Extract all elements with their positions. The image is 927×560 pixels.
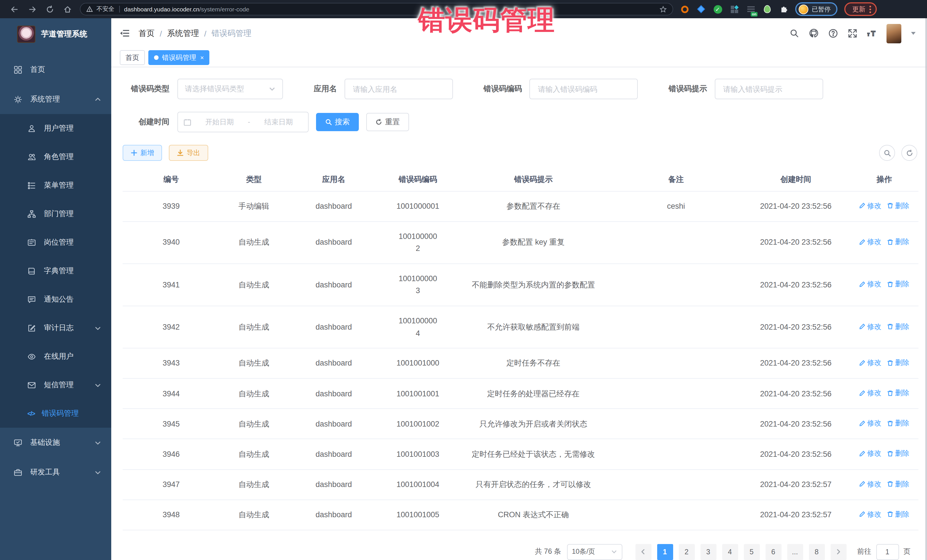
export-button[interactable]: 导出 bbox=[169, 145, 208, 161]
add-button[interactable]: 新增 bbox=[123, 145, 162, 161]
delete-link[interactable]: 删除 bbox=[887, 478, 909, 490]
forward-icon[interactable] bbox=[28, 5, 36, 14]
extension-check-icon[interactable]: ✓ bbox=[713, 5, 722, 14]
sidebar-item-notices[interactable]: 通知公告 bbox=[0, 285, 111, 314]
sidebar-item-posts[interactable]: 岗位管理 bbox=[0, 228, 111, 256]
delete-link[interactable]: 删除 bbox=[887, 508, 909, 520]
pager-page-8[interactable]: 8 bbox=[808, 544, 825, 560]
delete-link[interactable]: 删除 bbox=[887, 387, 909, 399]
sidebar-item-menus[interactable]: 菜单管理 bbox=[0, 171, 111, 200]
cell-type: 自动生成 bbox=[220, 348, 288, 378]
app-name-input[interactable] bbox=[344, 79, 453, 99]
delete-link[interactable]: 删除 bbox=[887, 279, 909, 290]
next-page-button[interactable] bbox=[830, 544, 846, 560]
error-hint-input[interactable] bbox=[714, 79, 823, 99]
pager-ellipsis[interactable]: ... bbox=[787, 544, 803, 560]
extension-list-on-icon[interactable]: on bbox=[746, 5, 755, 14]
fullscreen-icon[interactable] bbox=[848, 29, 857, 38]
window-scrollbar[interactable] bbox=[925, 18, 927, 560]
security-warning-icon[interactable] bbox=[86, 6, 93, 12]
prev-page-button[interactable] bbox=[635, 544, 651, 560]
error-code-input[interactable] bbox=[529, 79, 638, 99]
pager-page-1[interactable]: 1 bbox=[657, 544, 673, 560]
extension-leaf-icon[interactable] bbox=[763, 5, 772, 14]
url-bar[interactable]: 不安全 dashboard.yudao.iocoder.cn/system/er… bbox=[80, 3, 673, 15]
search-button[interactable]: 搜索 bbox=[316, 113, 359, 131]
date-range-picker[interactable]: 开始日期 - 结束日期 bbox=[178, 112, 308, 132]
delete-link[interactable]: 删除 bbox=[887, 321, 909, 332]
browser-menu-icon[interactable] bbox=[869, 5, 871, 13]
edit-link[interactable]: 修改 bbox=[859, 478, 881, 490]
github-icon[interactable] bbox=[809, 29, 819, 38]
error-code-field[interactable] bbox=[537, 84, 631, 94]
pager-page-6[interactable]: 6 bbox=[765, 544, 781, 560]
sidebar-item-dicts[interactable]: 字典管理 bbox=[0, 256, 111, 285]
error-hint-field[interactable] bbox=[722, 84, 816, 94]
extension-ring-icon[interactable] bbox=[680, 5, 689, 14]
sidebar-item-departments[interactable]: 部门管理 bbox=[0, 200, 111, 228]
top-navbar: 首页 / 系统管理 / 错误码管理 тT bbox=[111, 18, 927, 49]
error-type-select[interactable]: 请选择错误码类型 bbox=[178, 79, 283, 99]
caret-down-icon[interactable] bbox=[911, 32, 916, 35]
sidebar-item-error-codes[interactable]: </> 错误码管理 bbox=[0, 399, 111, 428]
refresh-table-button[interactable] bbox=[901, 145, 917, 161]
profile-chip[interactable]: 已暂停 bbox=[795, 2, 837, 16]
delete-link[interactable]: 删除 bbox=[887, 448, 909, 459]
tag-home[interactable]: 首页 bbox=[120, 50, 145, 65]
extension-gem-icon[interactable] bbox=[696, 5, 706, 14]
sidebar-item-sms[interactable]: 短信管理 bbox=[0, 371, 111, 399]
font-size-icon[interactable]: тT bbox=[867, 29, 877, 38]
page-size-select[interactable]: 10条/页 bbox=[567, 544, 622, 560]
breadcrumb-system[interactable]: 系统管理 bbox=[167, 28, 199, 38]
edit-link[interactable]: 修改 bbox=[859, 279, 881, 290]
sidebar-item-users[interactable]: 用户管理 bbox=[0, 114, 111, 143]
browser-update-button[interactable]: 更新 bbox=[844, 2, 877, 16]
hide-search-button[interactable] bbox=[879, 145, 895, 161]
extension-grid-icon[interactable] bbox=[729, 5, 739, 14]
edit-link[interactable]: 修改 bbox=[859, 321, 881, 332]
user-avatar[interactable] bbox=[886, 24, 901, 43]
sidebar-item-audit-logs[interactable]: 审计日志 bbox=[0, 314, 111, 342]
reset-button[interactable]: 重置 bbox=[366, 113, 409, 131]
edit-icon bbox=[859, 323, 865, 329]
app-logo-row[interactable]: 芋道管理系统 bbox=[0, 18, 111, 50]
sidebar-item-infrastructure[interactable]: 基础设施 bbox=[0, 428, 111, 457]
edit-link[interactable]: 修改 bbox=[859, 448, 881, 459]
sidebar-item-online-users[interactable]: 在线用户 bbox=[0, 342, 111, 371]
home-icon[interactable] bbox=[63, 5, 72, 14]
pager-page-2[interactable]: 2 bbox=[679, 544, 694, 560]
date-end-placeholder[interactable]: 结束日期 bbox=[255, 117, 302, 127]
edit-link[interactable]: 修改 bbox=[859, 508, 881, 520]
sidebar-item-roles[interactable]: 角色管理 bbox=[0, 143, 111, 171]
extensions-puzzle-icon[interactable] bbox=[779, 5, 789, 14]
edit-link[interactable]: 修改 bbox=[859, 418, 881, 429]
reload-icon[interactable] bbox=[46, 5, 54, 14]
pager-page-3[interactable]: 3 bbox=[700, 544, 716, 560]
pager-page-5[interactable]: 5 bbox=[744, 544, 760, 560]
edit-link[interactable]: 修改 bbox=[859, 200, 881, 211]
app-name-field[interactable] bbox=[352, 84, 445, 94]
delete-link[interactable]: 删除 bbox=[887, 200, 909, 211]
help-icon[interactable] bbox=[828, 29, 838, 38]
edit-link[interactable]: 修改 bbox=[859, 387, 881, 399]
sidebar-toggle-icon[interactable] bbox=[120, 29, 129, 38]
delete-link[interactable]: 删除 bbox=[887, 236, 909, 247]
sidebar-item-dev-tools[interactable]: 研发工具 bbox=[0, 457, 111, 487]
sidebar-item-system[interactable]: 系统管理 bbox=[0, 84, 111, 114]
close-icon[interactable]: × bbox=[200, 55, 204, 61]
tag-error-codes[interactable]: 错误码管理 × bbox=[148, 50, 210, 65]
delete-link[interactable]: 删除 bbox=[887, 357, 909, 369]
edit-link[interactable]: 修改 bbox=[859, 236, 881, 247]
goto-page-input[interactable]: 1 bbox=[876, 544, 899, 560]
search-icon[interactable] bbox=[790, 29, 799, 38]
edit-link[interactable]: 修改 bbox=[859, 357, 881, 369]
bookmark-star-icon[interactable] bbox=[660, 5, 667, 13]
back-icon[interactable] bbox=[10, 5, 19, 14]
breadcrumb-home[interactable]: 首页 bbox=[138, 28, 155, 38]
monitor-icon bbox=[14, 438, 22, 447]
filter-row-2: 创建时间 开始日期 - 结束日期 搜索 重置 bbox=[123, 112, 918, 132]
sidebar-item-home[interactable]: 首页 bbox=[0, 55, 111, 84]
pager-page-4[interactable]: 4 bbox=[722, 544, 738, 560]
date-start-placeholder[interactable]: 开始日期 bbox=[196, 117, 243, 127]
delete-link[interactable]: 删除 bbox=[887, 418, 909, 429]
